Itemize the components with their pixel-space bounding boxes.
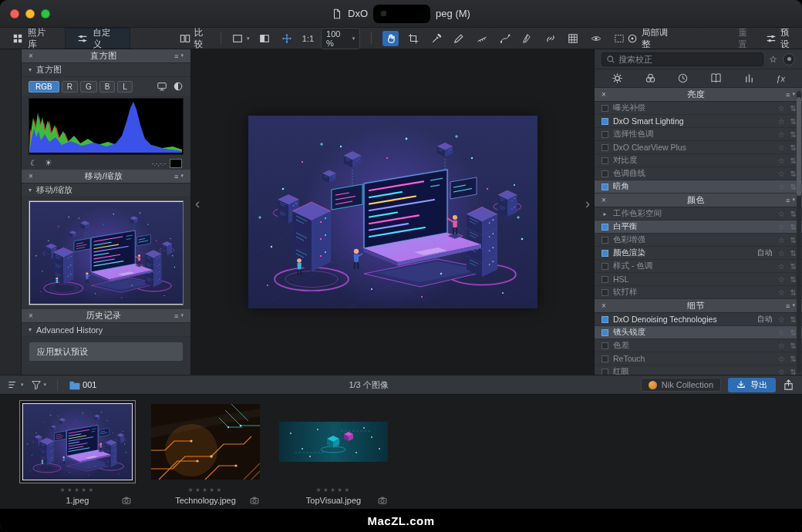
favorite-star-icon[interactable]: ☆ xyxy=(778,342,785,350)
enable-checkbox[interactable] xyxy=(602,157,608,164)
export-button[interactable]: 导出 xyxy=(728,378,776,392)
view-split-button[interactable] xyxy=(257,31,273,46)
correction-item[interactable]: DxO Denoising Technologies自动☆⇅ xyxy=(595,313,802,326)
correction-item[interactable]: ReTouch☆⇅ xyxy=(595,352,802,365)
correction-item[interactable]: HSL☆⇅ xyxy=(595,273,802,286)
favorite-star-icon[interactable]: ☆ xyxy=(778,210,785,218)
correction-item[interactable]: DxO Smart Lighting☆⇅ xyxy=(595,115,802,128)
clipping-warning-icon[interactable] xyxy=(173,81,184,92)
close-icon[interactable]: × xyxy=(22,172,40,180)
palette-tab-color-wheel-icon[interactable] xyxy=(645,72,656,84)
retouch-tool-button[interactable] xyxy=(451,31,467,46)
expand-icon[interactable]: ⇅ xyxy=(790,223,797,231)
favorite-star-icon[interactable]: ☆ xyxy=(778,275,785,284)
histogram-subheader[interactable]: ▾ 直方图 xyxy=(22,63,190,77)
correction-item[interactable]: 色差☆⇅ xyxy=(595,339,802,352)
expand-icon[interactable]: ⇅ xyxy=(790,368,797,375)
share-icon[interactable] xyxy=(783,379,794,391)
presets-button[interactable]: 预设 xyxy=(766,27,796,50)
favorite-star-icon[interactable]: ☆ xyxy=(778,368,785,375)
enable-checkbox[interactable] xyxy=(602,250,608,257)
enable-checkbox[interactable] xyxy=(602,224,608,231)
rating-stars[interactable]: ★★★★★ xyxy=(316,487,352,493)
close-icon[interactable]: × xyxy=(595,90,613,99)
expand-icon[interactable]: ⇅ xyxy=(790,157,797,165)
expand-icon[interactable]: ⇅ xyxy=(790,183,797,191)
correction-item[interactable]: 曝光补偿☆⇅ xyxy=(595,102,802,115)
reset-button[interactable]: 重置 xyxy=(738,27,754,50)
zoom-level-dropdown[interactable]: 100 % ▾ xyxy=(321,28,360,49)
correction-item[interactable]: 镜头锐度☆⇅ xyxy=(595,326,802,339)
favorite-star-icon[interactable]: ☆ xyxy=(778,157,785,165)
enable-checkbox[interactable] xyxy=(602,289,608,296)
close-icon[interactable]: × xyxy=(595,301,613,310)
enable-checkbox[interactable] xyxy=(602,329,608,336)
close-icon[interactable]: × xyxy=(22,52,40,60)
channel-g-button[interactable]: G xyxy=(80,81,97,93)
current-folder[interactable]: 001 xyxy=(69,379,96,391)
scrollbar-thumb[interactable] xyxy=(797,97,801,196)
display-icon[interactable] xyxy=(157,81,167,92)
nik-collection-button[interactable]: Nik Collection xyxy=(641,378,721,392)
close-icon[interactable]: × xyxy=(595,196,613,204)
pen-tool-button[interactable] xyxy=(520,31,536,46)
favorite-star-icon[interactable]: ☆ xyxy=(778,262,785,271)
favorite-star-icon[interactable]: ☆ xyxy=(778,223,785,231)
search-box[interactable] xyxy=(602,52,763,66)
view-mode-button[interactable]: ▾ xyxy=(232,33,250,44)
enable-checkbox[interactable] xyxy=(602,144,608,151)
favorite-star-icon[interactable]: ☆ xyxy=(778,104,785,113)
correction-item[interactable]: 色调曲线☆⇅ xyxy=(595,167,802,180)
enable-checkbox[interactable] xyxy=(602,237,608,244)
favorite-star-icon[interactable]: ☆ xyxy=(778,236,785,244)
correction-item[interactable]: 选择性色调☆⇅ xyxy=(595,128,802,141)
thumbnail-image[interactable] xyxy=(23,404,132,480)
correction-item[interactable]: ▸工作色彩空间☆⇅ xyxy=(595,207,802,221)
correction-item[interactable]: 暗角☆⇅ xyxy=(595,180,802,194)
expand-icon[interactable]: ⇅ xyxy=(790,288,797,297)
move-zoom-subheader[interactable]: ▾ 移动/缩放 xyxy=(22,184,190,197)
palette-tab-fx-icon[interactable]: ƒx xyxy=(776,74,785,83)
shadow-clipping-icon[interactable]: ☾ xyxy=(30,159,37,167)
compare-button[interactable]: 比较 xyxy=(180,27,210,50)
favorite-star-icon[interactable]: ☆ xyxy=(778,130,785,139)
navigator-thumbnail[interactable] xyxy=(29,201,183,305)
enable-checkbox[interactable] xyxy=(602,131,608,138)
channel-r-button[interactable]: R xyxy=(62,81,78,93)
correction-item[interactable]: 红眼☆⇅ xyxy=(595,365,802,375)
horizon-tool-button[interactable] xyxy=(474,31,490,46)
zoom-window-button[interactable] xyxy=(41,9,50,19)
minimize-window-button[interactable] xyxy=(25,9,35,19)
enable-checkbox[interactable] xyxy=(602,316,608,323)
collapse-right-panel-chevron[interactable]: › xyxy=(582,193,593,214)
correction-item[interactable]: 色彩增强☆⇅ xyxy=(595,234,802,247)
enable-checkbox[interactable] xyxy=(602,170,608,177)
zoom-ratio-button[interactable]: 1:1 xyxy=(302,34,314,43)
filmstrip-thumbnail[interactable]: ★★★★★ Technology.jpeg xyxy=(150,404,261,509)
tab-customize[interactable]: 自定义 xyxy=(65,28,130,49)
section-menu-icon[interactable]: ≡▾ xyxy=(167,173,190,180)
palette-tab-history-clock-icon[interactable] xyxy=(677,72,689,84)
tab-photo-library[interactable]: 照片库 xyxy=(0,28,65,49)
section-menu-icon[interactable]: ≡▾ xyxy=(167,312,190,320)
expand-icon[interactable]: ⇅ xyxy=(790,275,797,284)
enable-checkbox[interactable] xyxy=(602,355,608,362)
selection-tool-button[interactable] xyxy=(611,31,627,46)
favorite-star-icon[interactable]: ☆ xyxy=(778,355,785,363)
correction-item[interactable]: 软打样☆⇅ xyxy=(595,286,802,299)
pan-tool-button[interactable] xyxy=(382,31,399,46)
search-corrections-input[interactable] xyxy=(618,55,759,64)
sort-dropdown[interactable]: ▾ xyxy=(8,379,24,390)
apply-default-preset-item[interactable]: 应用默认预设 xyxy=(29,342,183,361)
expand-icon[interactable]: ⇅ xyxy=(790,249,797,258)
favorite-star-icon[interactable]: ☆ xyxy=(778,170,785,178)
thumbnail-image[interactable] xyxy=(279,404,388,480)
expand-icon[interactable]: ⇅ xyxy=(790,143,797,152)
filter-dropdown[interactable]: ▾ xyxy=(31,379,47,390)
expand-icon[interactable]: ⇅ xyxy=(790,170,797,178)
crop-tool-button[interactable] xyxy=(406,31,422,46)
favorite-star-icon[interactable]: ☆ xyxy=(778,183,785,191)
favorite-star-icon[interactable]: ☆ xyxy=(778,288,785,297)
show-corrections-button[interactable] xyxy=(588,31,605,46)
favorite-star-icon[interactable]: ☆ xyxy=(778,315,785,324)
